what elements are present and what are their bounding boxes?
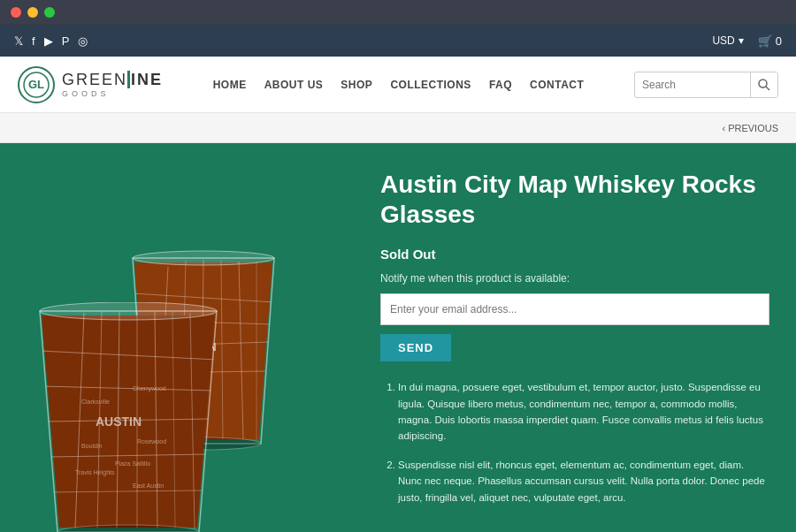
product-images: AUSTIN: [27, 196, 327, 514]
svg-text:Rosewood: Rosewood: [137, 438, 166, 445]
product-description-list: In dui magna, posuere eget, vestibulum e…: [380, 379, 769, 505]
description-item-2: Suspendisse nisl elit, rhoncus eget, ele…: [398, 457, 769, 505]
main-content: AUSTIN: [0, 143, 796, 532]
logo[interactable]: GL GREENINE GOODS: [18, 66, 163, 103]
previous-link[interactable]: ‹ PREVIOUS: [722, 123, 778, 133]
logo-icon: GL: [18, 66, 55, 103]
svg-text:Cherrywood: Cherrywood: [133, 385, 166, 392]
svg-point-16: [133, 251, 274, 265]
nav-faq[interactable]: FAQ: [489, 79, 512, 91]
product-title: Austin City Map Whiskey Rocks Glasses: [380, 170, 769, 229]
currency-selector[interactable]: USD ▾: [712, 34, 743, 47]
logo-text-wrap: GREENINE GOODS: [62, 71, 163, 98]
breadcrumb-bar: ‹ PREVIOUS: [0, 113, 796, 143]
product-details: Austin City Map Whiskey Rocks Glasses So…: [371, 143, 796, 532]
svg-text:Travis Heights: Travis Heights: [75, 469, 115, 476]
twitter-icon[interactable]: 𝕏: [14, 34, 23, 48]
cart-icon: 🛒: [758, 34, 772, 48]
svg-text:Plaza Saltillo: Plaza Saltillo: [115, 460, 150, 467]
cart-count: 0: [776, 34, 782, 48]
window-chrome: [0, 0, 796, 25]
svg-line-4: [766, 87, 769, 90]
description-item-1: In dui magna, posuere eget, vestibulum e…: [398, 379, 769, 445]
currency-label: USD: [712, 34, 734, 47]
nav-contact[interactable]: CONTACT: [530, 79, 584, 91]
maximize-button[interactable]: [44, 7, 55, 18]
top-bar: 𝕏 f ▶ P ◎ USD ▾ 🛒 0: [0, 25, 796, 57]
nav-collections[interactable]: COLLECTIONS: [390, 79, 471, 91]
svg-text:Bouldin: Bouldin: [81, 443, 102, 449]
youtube-icon[interactable]: ▶: [44, 34, 53, 48]
top-right: USD ▾ 🛒 0: [712, 34, 782, 48]
product-image-area: AUSTIN: [0, 143, 371, 532]
search-icon: [758, 79, 770, 91]
close-button[interactable]: [11, 7, 21, 18]
currency-arrow-icon: ▾: [739, 34, 744, 47]
instagram-icon[interactable]: ◎: [78, 34, 88, 48]
svg-text:GL: GL: [28, 78, 44, 91]
search-button[interactable]: [750, 72, 777, 98]
svg-point-3: [759, 80, 767, 87]
nav-home[interactable]: HOME: [213, 79, 247, 91]
cart-button[interactable]: 🛒 0: [758, 34, 782, 48]
search-wrap: [634, 72, 778, 98]
svg-text:Clarksville: Clarksville: [81, 399, 110, 405]
main-nav: HOME ABOUT US SHOP COLLECTIONS FAQ CONTA…: [213, 79, 585, 91]
notify-label: Notify me when this product is available…: [380, 272, 769, 285]
svg-text:AUSTIN: AUSTIN: [96, 414, 142, 429]
email-input[interactable]: [380, 293, 769, 325]
nav-bar: GL GREENINE GOODS HOME ABOUT US SHOP COL…: [0, 57, 796, 113]
search-input[interactable]: [635, 79, 750, 91]
social-icons: 𝕏 f ▶ P ◎: [14, 34, 88, 48]
nav-shop[interactable]: SHOP: [341, 79, 372, 91]
sold-out-badge: Sold Out: [380, 247, 769, 262]
svg-text:East Austin: East Austin: [133, 483, 164, 489]
logo-subtext: GOODS: [62, 89, 163, 98]
minimize-button[interactable]: [27, 7, 38, 18]
facebook-icon[interactable]: f: [32, 34, 35, 48]
nav-about[interactable]: ABOUT US: [264, 79, 324, 91]
pinterest-icon[interactable]: P: [62, 34, 70, 48]
send-button[interactable]: SEND: [380, 334, 451, 361]
glass-front-image: AUSTIN Clarksville Cherrywood Rosewood B…: [27, 302, 230, 532]
svg-point-38: [40, 302, 217, 320]
